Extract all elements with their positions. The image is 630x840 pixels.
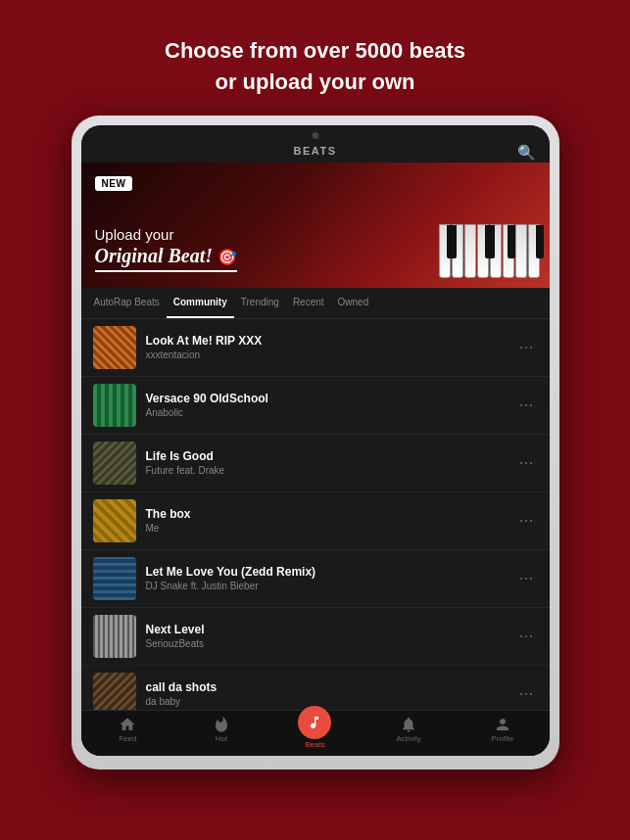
tab-recent[interactable]: Recent	[286, 288, 331, 318]
page-wrapper: Choose from over 5000 beats or upload yo…	[0, 0, 630, 840]
beat-menu-3[interactable]: ···	[514, 448, 537, 477]
device-wrapper: BEATS 🔍	[72, 116, 559, 770]
search-icon[interactable]: 🔍	[517, 144, 536, 162]
category-tabs: AutoRap Beats Community Trending Recent …	[81, 288, 550, 319]
tab-community[interactable]: Community	[167, 288, 234, 318]
nav-activity-label: Activity	[396, 734, 420, 743]
home-icon	[119, 716, 136, 733]
beat-artist-4: Me	[146, 523, 515, 534]
beat-menu-5[interactable]: ···	[514, 564, 537, 592]
beat-title-3: Life Is Good	[146, 449, 515, 463]
top-bar: BEATS 🔍	[81, 125, 550, 163]
beat-info-1: Look At Me! RIP XXX xxxtentacion	[146, 334, 515, 360]
banner-underline	[95, 270, 237, 272]
nav-hot[interactable]: Hot	[174, 716, 268, 749]
beat-item-7[interactable]: call da shots da baby ···	[81, 666, 550, 710]
beat-info-2: Versace 90 OldSchool Anabolic	[146, 392, 515, 418]
beat-list: Look At Me! RIP XXX xxxtentacion ··· Ver…	[81, 319, 550, 710]
beat-menu-6[interactable]: ···	[514, 622, 537, 650]
beat-menu-7[interactable]: ···	[514, 679, 537, 708]
beat-thumb-6	[93, 615, 136, 658]
beat-menu-1[interactable]: ···	[514, 333, 537, 361]
nav-profile[interactable]: Profile	[456, 716, 550, 749]
tab-autorap[interactable]: AutoRap Beats	[87, 288, 167, 318]
new-badge: NEW	[95, 176, 133, 191]
banner-upload-text: Upload your	[95, 226, 238, 243]
header-line1: Choose from over 5000 beats	[165, 38, 465, 63]
beat-artist-6: SeriouzBeats	[146, 638, 515, 649]
beat-thumb-3	[93, 442, 136, 485]
beat-thumb-1	[93, 326, 136, 369]
nav-beats-label: Beats	[305, 740, 324, 749]
beat-item-6[interactable]: Next Level SeriouzBeats ···	[81, 608, 550, 666]
banner-beat-text: Original Beat! 🎯	[95, 245, 238, 266]
beat-title-6: Next Level	[146, 623, 515, 636]
activity-icon	[400, 716, 417, 733]
beat-title-2: Versace 90 OldSchool	[146, 392, 515, 405]
beat-title-1: Look At Me! RIP XXX	[146, 334, 515, 348]
beat-info-7: call da shots da baby	[146, 680, 515, 707]
beat-thumb-5	[93, 557, 136, 600]
device-screen: BEATS 🔍	[81, 125, 550, 756]
beat-artist-1: xxxtentacion	[146, 350, 515, 360]
nav-feed[interactable]: Feed	[81, 716, 175, 749]
beat-info-3: Life Is Good Future feat. Drake	[146, 449, 515, 476]
beat-thumb-7	[93, 673, 136, 710]
beat-item-2[interactable]: Versace 90 OldSchool Anabolic ···	[81, 377, 550, 435]
beat-menu-4[interactable]: ···	[514, 506, 537, 535]
keyboard-visual	[292, 163, 550, 288]
bottom-nav: Feed Hot Beats Activity	[81, 710, 550, 756]
beat-item-5[interactable]: Let Me Love You (Zedd Remix) DJ Snake ft…	[81, 550, 550, 608]
beat-info-5: Let Me Love You (Zedd Remix) DJ Snake ft…	[146, 565, 515, 591]
nav-hot-label: Hot	[216, 734, 227, 743]
beat-info-4: The box Me	[146, 507, 515, 534]
nav-activity[interactable]: Activity	[362, 716, 456, 749]
beat-item-4[interactable]: The box Me ···	[81, 492, 550, 550]
profile-icon	[494, 716, 511, 733]
beat-artist-5: DJ Snake ft. Justin Bieber	[146, 581, 515, 591]
header-text: Choose from over 5000 beats or upload yo…	[96, 0, 534, 116]
screen-title: BEATS	[294, 145, 337, 157]
target-icon: 🎯	[218, 249, 237, 265]
beat-item-3[interactable]: Life Is Good Future feat. Drake ···	[81, 435, 550, 492]
beats-active-indicator	[298, 706, 331, 739]
beats-icon	[307, 715, 322, 730]
beat-thumb-4	[93, 499, 136, 542]
beat-artist-3: Future feat. Drake	[146, 465, 515, 476]
beat-info-6: Next Level SeriouzBeats	[146, 623, 515, 649]
beat-thumb-2	[93, 384, 136, 427]
header-line2: or upload your own	[215, 70, 414, 94]
nav-feed-label: Feed	[119, 734, 136, 743]
camera	[312, 132, 318, 139]
beat-item-1[interactable]: Look At Me! RIP XXX xxxtentacion ···	[81, 319, 550, 377]
tab-owned[interactable]: Owned	[331, 288, 376, 318]
beat-artist-7: da baby	[146, 696, 515, 707]
beat-title-4: The box	[146, 507, 515, 521]
nav-beats[interactable]: Beats	[268, 716, 363, 749]
banner-text-block: Upload your Original Beat! 🎯	[95, 226, 238, 272]
beat-menu-2[interactable]: ···	[514, 391, 537, 419]
banner[interactable]: NEW Upload your Original Beat! 🎯	[81, 163, 550, 288]
beat-artist-2: Anabolic	[146, 407, 515, 418]
nav-profile-label: Profile	[491, 734, 513, 743]
hot-icon	[213, 716, 230, 733]
tab-trending[interactable]: Trending	[234, 288, 286, 318]
beat-title-5: Let Me Love You (Zedd Remix)	[146, 565, 515, 579]
beat-title-7: call da shots	[146, 680, 515, 694]
